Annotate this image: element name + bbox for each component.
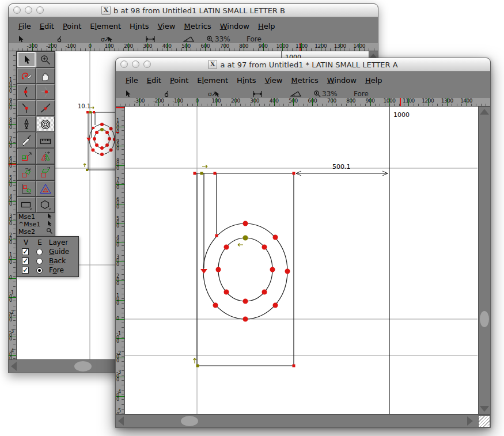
scrollbar-thumb[interactable] <box>480 311 489 327</box>
infobar-b: σ 33% Fore <box>9 35 378 43</box>
menu-point[interactable]: Point <box>63 22 81 31</box>
menu-file[interactable]: File <box>126 76 138 85</box>
layers-header: V E Layer <box>17 238 78 247</box>
tool-flip[interactable] <box>36 149 55 164</box>
front-guidelines <box>125 107 478 414</box>
visible-checkbox[interactable]: ✓ <box>22 248 29 255</box>
menu-file[interactable]: File <box>18 22 31 31</box>
glyph-canvas-a[interactable]: 1000 500.1 <box>125 107 478 414</box>
x11-icon: X <box>208 60 217 69</box>
tool-spiro[interactable] <box>36 116 55 132</box>
layer-label[interactable]: Back <box>49 257 66 265</box>
tool-rotate[interactable] <box>17 165 36 180</box>
tool-rectangle-ellipse[interactable] <box>17 197 36 213</box>
tool-pointer[interactable] <box>17 52 36 67</box>
tool-add-curve-point[interactable] <box>17 84 36 100</box>
visible-checkbox[interactable]: ✓ <box>22 257 29 264</box>
menu-metrics[interactable]: Metrics <box>291 76 318 85</box>
horizontal-ruler-b[interactable]: -300-200-1000100200300400500600700800900… <box>9 43 378 51</box>
menubar-a: File Edit Point Element Hints View Metri… <box>116 71 490 89</box>
layer-row-guide: ✓ Guide <box>17 247 78 256</box>
tool-ruler[interactable] <box>36 132 55 148</box>
zoom-level: 33% <box>322 89 338 98</box>
tools-palette: Mse1 ^Mse1 Mse2 ^Mse2 <box>16 51 55 244</box>
window-title-a: X a at 97 from Untitled1 * LATIN SMALL L… <box>208 60 397 69</box>
x11-icon: X <box>101 6 111 15</box>
close-button[interactable] <box>120 60 128 68</box>
editable-radio[interactable] <box>36 249 43 255</box>
magnifier-icon <box>313 89 321 98</box>
ruler-pointer-mark <box>400 98 401 106</box>
tool-add-tangent-point[interactable] <box>36 100 55 116</box>
menu-element[interactable]: Element <box>197 76 228 85</box>
horizontal-scrollbar-a[interactable] <box>116 414 490 427</box>
zoom-button[interactable] <box>36 6 44 14</box>
measure-label: 10.1 <box>78 103 90 109</box>
desktop: X b at 98 from Untitled1 LATIN SMALL LET… <box>0 0 504 436</box>
menu-edit[interactable]: Edit <box>147 76 161 85</box>
scroll-left-arrow[interactable] <box>11 362 17 371</box>
scrollbar-thumb[interactable] <box>181 416 198 426</box>
scrollbar-thumb[interactable] <box>74 361 92 371</box>
tool-add-corner-point[interactable] <box>17 100 36 116</box>
editable-radio[interactable] <box>36 267 43 274</box>
tool-3d-rotate[interactable] <box>17 181 36 196</box>
menu-edit[interactable]: Edit <box>40 22 54 31</box>
tool-skew[interactable] <box>36 165 55 180</box>
svg-text:σ: σ <box>101 36 105 43</box>
angle-icon <box>290 89 302 98</box>
front-glyph-points[interactable] <box>194 165 295 367</box>
front-glyph-outline[interactable] <box>195 173 294 366</box>
horizontal-ruler-a[interactable]: -300-200-1000100200300400500600700800900… <box>116 98 490 107</box>
menu-help[interactable]: Help <box>258 22 275 31</box>
menu-window[interactable]: Window <box>327 76 357 85</box>
menubar-b: File Edit Point Element Hints View Metri… <box>9 17 378 35</box>
layer-label[interactable]: Guide <box>49 248 69 256</box>
tool-perspective[interactable] <box>36 181 55 196</box>
tool-knife[interactable] <box>17 132 36 148</box>
menu-hints[interactable]: Hints <box>130 22 149 31</box>
tool-freehand[interactable] <box>17 68 36 84</box>
vertical-scrollbar-a[interactable] <box>478 107 490 414</box>
pointer-cursor-icon <box>17 35 25 43</box>
visible-checkbox[interactable]: ✓ <box>22 267 29 274</box>
menu-element[interactable]: Element <box>90 22 121 31</box>
menu-view[interactable]: View <box>158 22 176 31</box>
vertical-ruler-a[interactable]: 10009008007006005004003002001000-100-200… <box>116 107 125 414</box>
tool-scroll-hand[interactable] <box>36 68 55 84</box>
menu-point[interactable]: Point <box>170 76 188 85</box>
active-layer-label: Fore <box>247 35 262 43</box>
layers-palette: V E Layer ✓ Guide ✓ Back ✓ Fore <box>16 236 79 277</box>
magnifier-icon <box>206 35 214 43</box>
tool-scale[interactable] <box>17 149 36 164</box>
layer-row-fore: ✓ Fore <box>17 266 78 275</box>
window-title-b: X b at 98 from Untitled1 LATIN SMALL LET… <box>101 6 285 15</box>
titlebar-a[interactable]: X a at 97 from Untitled1 * LATIN SMALL L… <box>116 58 490 71</box>
minimize-button[interactable] <box>132 60 139 68</box>
vertical-ruler-b[interactable]: 10009008007006005004003002001000-100-200… <box>9 51 17 359</box>
menu-window[interactable]: Window <box>220 22 249 31</box>
tool-magnify[interactable] <box>36 52 55 67</box>
zoom-button[interactable] <box>143 60 151 68</box>
menu-help[interactable]: Help <box>365 76 382 85</box>
tool-pen[interactable] <box>17 116 36 132</box>
tool-polygon-star[interactable] <box>36 197 55 213</box>
scroll-down-arrow[interactable] <box>480 406 489 412</box>
curve-point-icon <box>56 35 63 43</box>
scroll-right-arrow[interactable] <box>467 416 473 426</box>
measure-arrow <box>296 171 388 176</box>
titlebar-b[interactable]: X b at 98 from Untitled1 LATIN SMALL LET… <box>9 4 378 17</box>
minimize-button[interactable] <box>25 6 32 14</box>
menu-hints[interactable]: Hints <box>237 76 256 85</box>
menu-metrics[interactable]: Metrics <box>184 22 211 31</box>
editable-radio[interactable] <box>36 258 43 264</box>
scroll-up-arrow[interactable] <box>480 109 489 115</box>
menu-view[interactable]: View <box>265 76 283 85</box>
scroll-left-arrow[interactable] <box>118 416 124 426</box>
resize-grip[interactable] <box>478 415 490 427</box>
distance-icon <box>252 89 263 98</box>
close-button[interactable] <box>13 6 21 14</box>
tool-add-hvcurve-point[interactable] <box>36 84 55 100</box>
infobar-a: σ 33% Fore <box>116 89 490 98</box>
layer-label[interactable]: Fore <box>49 266 64 274</box>
